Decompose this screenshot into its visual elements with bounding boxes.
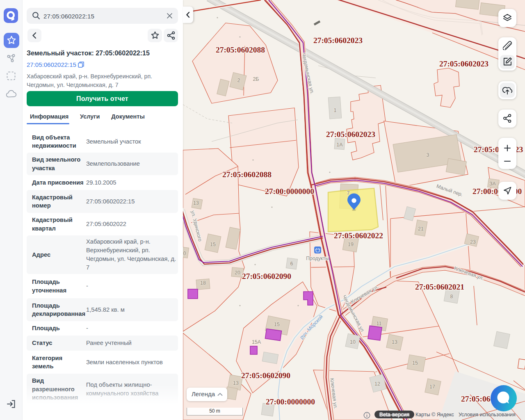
svg-text:2Б: 2Б (253, 76, 259, 82)
svg-text:27:05:0602090: 27:05:0602090 (241, 371, 290, 380)
svg-text:15: 15 (274, 322, 280, 327)
svg-text:7: 7 (347, 190, 350, 196)
svg-text:Продукты: Продукты (306, 256, 329, 261)
svg-text:2: 2 (237, 78, 240, 83)
svg-text:8: 8 (450, 294, 453, 299)
svg-text:27:05:0602088: 27:05:0602088 (222, 170, 272, 179)
svg-text:15: 15 (210, 242, 216, 247)
svg-text:17: 17 (429, 384, 435, 390)
svg-text:13: 13 (392, 339, 397, 345)
svg-text:6: 6 (290, 261, 293, 267)
svg-text:27:05:0602090: 27:05:0602090 (242, 272, 291, 281)
svg-text:27:05:0602088: 27:05:0602088 (216, 46, 265, 54)
svg-text:27:00:0000000: 27:00:0000000 (265, 187, 314, 196)
svg-text:27:05:0602023: 27:05:0602023 (313, 36, 363, 45)
svg-text:21: 21 (418, 226, 424, 232)
svg-text:3: 3 (427, 152, 429, 158)
svg-text:11: 11 (377, 321, 382, 326)
svg-text:27:05:0602021: 27:05:0602021 (415, 283, 464, 291)
svg-text:23: 23 (470, 239, 476, 245)
svg-text:19: 19 (348, 242, 354, 247)
svg-text:1: 1 (334, 107, 337, 113)
svg-text:27:00:0000000: 27:00:0000000 (266, 397, 315, 406)
svg-text:15А: 15А (252, 339, 261, 345)
svg-text:20: 20 (235, 270, 240, 276)
svg-text:12: 12 (374, 381, 380, 387)
svg-text:18: 18 (200, 280, 206, 286)
svg-text:ЗА: ЗА (489, 181, 496, 187)
svg-text:10: 10 (350, 339, 356, 345)
svg-text:27:05:0602023: 27:05:0602023 (326, 130, 375, 139)
svg-text:0: 0 (183, 251, 186, 256)
svg-text:13: 13 (193, 200, 199, 206)
svg-text:27:05:0602023: 27:05:0602023 (439, 59, 488, 68)
svg-text:1А: 1А (336, 142, 343, 148)
svg-text:15: 15 (412, 360, 418, 366)
svg-text:27:05:0602022: 27:05:0602022 (334, 231, 383, 240)
svg-text:13: 13 (233, 380, 239, 386)
